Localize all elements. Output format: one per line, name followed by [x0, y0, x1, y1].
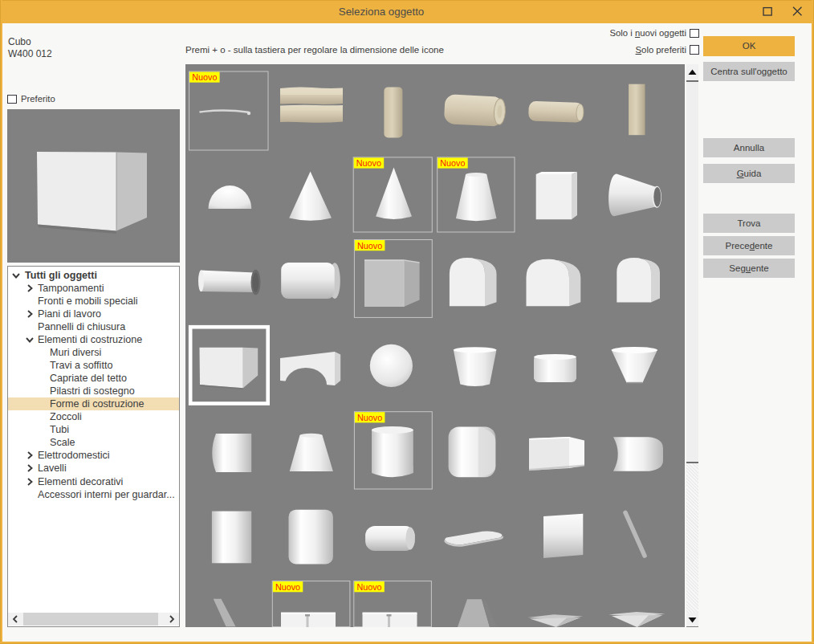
svg-text:Nuovo: Nuovo	[357, 241, 382, 251]
svg-text:Nuovo: Nuovo	[192, 72, 217, 82]
svg-text:Nuovo: Nuovo	[275, 582, 300, 592]
svg-text:Nuovo: Nuovo	[357, 413, 382, 422]
svg-text:Nuovo: Nuovo	[356, 582, 381, 592]
svg-text:Nuovo: Nuovo	[440, 158, 465, 168]
svg-text:Nuovo: Nuovo	[356, 158, 381, 168]
